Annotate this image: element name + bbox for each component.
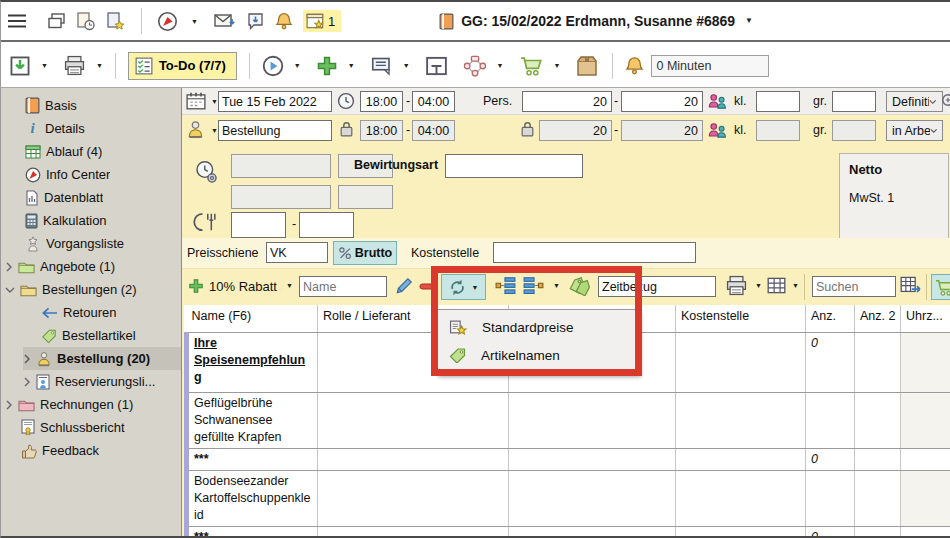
- cell-extra[interactable]: [509, 470, 676, 526]
- chevron-right-icon[interactable]: [23, 354, 31, 364]
- calendar-icon[interactable]: [186, 92, 206, 110]
- menu-icon[interactable]: [7, 13, 27, 29]
- bewirtungsart-field[interactable]: [445, 154, 583, 178]
- cell-anz2[interactable]: [855, 448, 901, 470]
- dropdown-arrow-icon[interactable]: ▼: [497, 62, 504, 69]
- cell-name[interactable]: ***: [187, 448, 318, 470]
- package-icon[interactable]: [575, 55, 599, 77]
- cell-extra[interactable]: [509, 526, 676, 538]
- column-header-anz[interactable]: Anz.: [806, 305, 855, 332]
- search-field[interactable]: [812, 276, 896, 297]
- sidebar-item-details[interactable]: i Details: [1, 117, 181, 140]
- reminder-bell-icon[interactable]: [625, 56, 644, 75]
- info-field-4[interactable]: [338, 185, 393, 209]
- sidebar-item-info-center[interactable]: Info Center: [1, 163, 181, 186]
- pencil-icon[interactable]: [394, 276, 414, 296]
- sidebar-item-bestellartikel[interactable]: Bestellartikel: [1, 324, 181, 347]
- cell-anz[interactable]: 0: [806, 448, 855, 470]
- dropdown-arrow-icon[interactable]: ▼: [41, 62, 48, 69]
- sidebar-item-bestellung[interactable]: Bestellung (20): [1, 347, 181, 370]
- cell-kostenstelle[interactable]: [676, 392, 806, 448]
- sidebar-item-reservierungsliste[interactable]: Reservierungsli...: [1, 370, 181, 393]
- course-to-field[interactable]: [299, 212, 354, 238]
- dropdown-arrow-icon[interactable]: ▼: [554, 62, 561, 69]
- cell-rolle[interactable]: [318, 470, 509, 526]
- dropdown-arrow-icon[interactable]: ▼: [755, 282, 762, 289]
- order-pers-to-field[interactable]: [621, 120, 703, 141]
- order-time-from-field[interactable]: [360, 120, 403, 141]
- todo-button[interactable]: To-Do (7/7): [128, 52, 237, 80]
- sidebar-item-feedback[interactable]: Feedback: [1, 439, 181, 462]
- column-header-anz2[interactable]: Anz. 2: [855, 305, 901, 332]
- cell-uhrzeit[interactable]: [901, 526, 950, 538]
- cell-kostenstelle[interactable]: [676, 448, 806, 470]
- time-to-field[interactable]: [412, 91, 455, 112]
- cell-name[interactable]: Bodenseezander Kartoffelschuppenkleid: [187, 470, 318, 526]
- reminder-minutes-field[interactable]: [651, 55, 769, 77]
- document-favorite-icon[interactable]: [106, 12, 126, 31]
- status-select[interactable]: Definitiv: [886, 91, 943, 112]
- sidebar-item-retouren[interactable]: Retouren: [1, 301, 181, 324]
- cell-uhrzeit[interactable]: [901, 470, 950, 526]
- date-field[interactable]: [218, 91, 332, 112]
- dropdown-arrow-icon[interactable]: ▼: [96, 62, 103, 69]
- table-row[interactable]: Geflügelbrühe Schwanensee gefüllte Krapf…: [187, 392, 950, 448]
- cell-uhrzeit[interactable]: [901, 392, 950, 448]
- order-gr-field[interactable]: [832, 120, 876, 141]
- chevron-down-icon[interactable]: [5, 286, 15, 294]
- time-from-field[interactable]: [360, 91, 403, 112]
- cell-anz[interactable]: [806, 392, 855, 448]
- table-export-icon[interactable]: [900, 276, 921, 294]
- mail-download-icon[interactable]: [214, 12, 236, 30]
- rabatt-label[interactable]: 10% Rabatt: [209, 279, 277, 294]
- column-header-uhrzeit[interactable]: Uhrz...: [901, 305, 950, 332]
- calendar-badge[interactable]: 1: [303, 10, 341, 32]
- sidebar-item-angebote[interactable]: Angebote (1): [1, 255, 181, 278]
- sidebar-item-kalkulation[interactable]: Kalkulation: [1, 209, 181, 232]
- dropdown-arrow-icon[interactable]: ▼: [211, 98, 218, 105]
- cell-name[interactable]: Geflügelbrühe Schwanensee gefüllte Krapf…: [187, 392, 318, 448]
- info-field-1[interactable]: [231, 154, 331, 178]
- cell-anz2[interactable]: [855, 392, 901, 448]
- cell-name[interactable]: ***: [187, 526, 318, 538]
- course-from-field[interactable]: [231, 212, 286, 238]
- kl-field[interactable]: [756, 91, 800, 112]
- person-order-icon[interactable]: [186, 120, 205, 139]
- import-icon[interactable]: [9, 55, 31, 77]
- info-center-compass-icon[interactable]: [157, 11, 178, 32]
- sidebar-item-schlussbericht[interactable]: Schlussbericht: [1, 416, 181, 439]
- sidebar-item-ablauf[interactable]: Ablauf (4): [1, 140, 181, 163]
- info-field-3[interactable]: [231, 185, 331, 209]
- table-row[interactable]: Bodenseezander Kartoffelschuppenkleid: [187, 470, 950, 526]
- clock-gear-icon[interactable]: [194, 160, 218, 184]
- cell-anz[interactable]: 0: [806, 332, 855, 392]
- table-view-icon[interactable]: [767, 277, 786, 294]
- pers-to-field[interactable]: [621, 91, 703, 112]
- copy-window-icon[interactable]: [47, 12, 66, 30]
- cell-anz2[interactable]: [855, 470, 901, 526]
- dropdown-arrow-icon[interactable]: ▼: [191, 18, 198, 25]
- add-icon[interactable]: [316, 55, 338, 77]
- cell-rolle[interactable]: [318, 448, 509, 470]
- comment-icon[interactable]: [370, 56, 393, 76]
- dropdown-arrow-icon[interactable]: ▼: [211, 127, 218, 134]
- cart-mode-button[interactable]: [931, 274, 950, 300]
- cell-kostenstelle[interactable]: [676, 470, 806, 526]
- column-header-name[interactable]: Name (F6): [187, 305, 318, 332]
- window-layout-icon[interactable]: [425, 56, 448, 76]
- order-time-to-field[interactable]: [412, 120, 455, 141]
- cell-kostenstelle[interactable]: [676, 332, 806, 392]
- order-pers-from-field[interactable]: [539, 120, 612, 141]
- bell-icon[interactable]: [275, 12, 293, 30]
- zoom-in-icon[interactable]: [940, 92, 950, 110]
- dropdown-arrow-icon[interactable]: ▼: [745, 17, 753, 25]
- cell-kostenstelle[interactable]: [676, 526, 806, 538]
- cell-name[interactable]: Ihre Speisenempfehlung: [187, 332, 318, 392]
- dropdown-arrow-icon[interactable]: ▼: [403, 62, 410, 69]
- table-row[interactable]: *** 0: [187, 448, 950, 470]
- cell-anz2[interactable]: [855, 526, 901, 538]
- comment-download-icon[interactable]: [246, 12, 265, 30]
- cell-anz[interactable]: 0: [806, 526, 855, 538]
- record-title-group[interactable]: GG: 15/02/2022 Erdmann, Susanne #6869 ▼: [439, 13, 753, 30]
- table-row[interactable]: *** 0: [187, 526, 950, 538]
